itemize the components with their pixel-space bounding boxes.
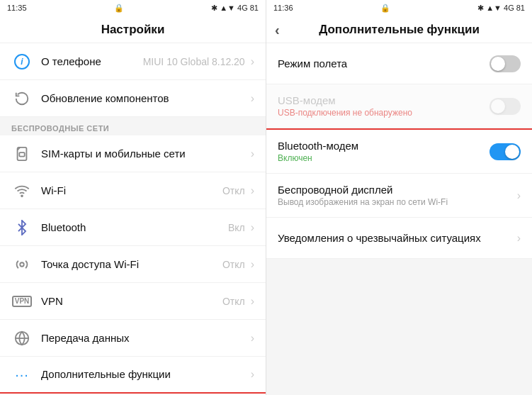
settings-item-hotspot[interactable]: Точка доступа Wi-Fi Откл › — [0, 246, 266, 283]
hotspot-value: Откл — [222, 259, 245, 270]
airplane-title: Режим полета — [278, 57, 489, 69]
wireless-display-chevron: › — [517, 189, 521, 202]
right-panel: 11:36 🔒 ✱ ▲▼ 4G 81 ‹ Дополнительные функ… — [266, 0, 532, 395]
settings-item-about[interactable]: i О телефоне MIUI 10 Global 8.12.20 › — [0, 43, 266, 80]
bt-modem-toggle[interactable] — [489, 143, 521, 160]
hotspot-title: Точка доступа Wi-Fi — [41, 258, 139, 270]
transfer-title: Передача данных — [41, 332, 130, 344]
wireless-display-text: Беспроводной дисплей Вывод изображения н… — [278, 184, 513, 207]
right-bt-icon: ✱ — [477, 4, 484, 13]
usb-modem-text: USB-модем USB-подключения не обнаружено — [278, 94, 489, 118]
hotspot-chevron: › — [251, 258, 254, 271]
settings-item-update[interactable]: Обновление компонентов › — [0, 80, 266, 117]
update-title: Обновление компонентов — [41, 92, 169, 104]
extra-title: Дополнительные функции — [41, 368, 171, 380]
wireless-display-subtitle: Вывод изображения на экран по сети Wi-Fi — [278, 197, 513, 207]
vpn-title: VPN — [41, 295, 63, 307]
about-value: MIUI 10 Global 8.12.20 — [143, 56, 245, 67]
right-item-emergency[interactable]: Уведомления о чрезвычайных ситуациях › — [266, 218, 532, 259]
update-chevron: › — [251, 92, 254, 105]
right-status-bar: 11:36 🔒 ✱ ▲▼ 4G 81 — [266, 0, 532, 16]
bluetooth-value: Вкл — [228, 222, 245, 233]
bt-modem-subtitle: Включен — [278, 153, 489, 163]
bluetooth-text: Bluetooth — [41, 221, 228, 234]
emergency-title: Уведомления о чрезвычайных ситуациях — [278, 232, 513, 244]
emergency-chevron: › — [517, 232, 521, 245]
right-time: 11:36 — [273, 4, 293, 12]
back-button[interactable]: ‹ — [275, 22, 280, 38]
airplane-toggle[interactable] — [489, 55, 521, 72]
svg-point-3 — [20, 262, 24, 267]
left-settings-list: i О телефоне MIUI 10 Global 8.12.20 › Об… — [0, 43, 266, 395]
extra-text: Дополнительные функции — [41, 368, 249, 381]
about-text: О телефоне — [41, 55, 143, 68]
right-title: Дополнительные функции — [319, 23, 480, 37]
transfer-text: Передача данных — [41, 332, 249, 345]
wifi-chevron: › — [251, 184, 254, 197]
network-section-label: БЕСПРОВОДНЫЕ СЕТИ — [0, 117, 266, 135]
bluetooth-chevron: › — [251, 221, 254, 234]
about-title: О телефоне — [41, 55, 101, 67]
usb-modem-toggle[interactable] — [489, 98, 521, 115]
wifi-icon — [11, 180, 33, 201]
left-status-bar: 11:35 🔒 ✱ ▲▼ 4G 81 — [0, 0, 266, 16]
right-bg-fill — [266, 259, 532, 344]
bt-modem-title: Bluetooth-модем — [278, 140, 489, 152]
settings-item-sim[interactable]: SIM-карты и мобильные сети › — [0, 135, 266, 172]
right-item-airplane[interactable]: Режим полета — [266, 43, 532, 84]
sim-text: SIM-карты и мобильные сети — [41, 148, 249, 160]
usb-modem-subtitle: USB-подключения не обнаружено — [278, 108, 489, 118]
wifi-text: Wi-Fi — [41, 184, 222, 197]
usb-modem-toggle-knob — [491, 99, 505, 113]
right-item-wireless-display[interactable]: Беспроводной дисплей Вывод изображения н… — [266, 174, 532, 218]
emergency-text: Уведомления о чрезвычайных ситуациях — [278, 232, 513, 244]
left-title: Настройки — [101, 23, 165, 37]
wireless-display-title: Беспроводной дисплей — [278, 184, 513, 196]
airplane-text: Режим полета — [278, 57, 489, 69]
right-items-list: Режим полета USB-модем USB-подключения н… — [266, 43, 532, 344]
sim-title: SIM-карты и мобильные сети — [41, 148, 186, 160]
vpn-text: VPN — [41, 295, 222, 308]
settings-item-wifi[interactable]: Wi-Fi Откл › — [0, 172, 266, 209]
right-signal: ▲▼ 4G 81 — [486, 4, 525, 12]
update-icon — [11, 88, 33, 109]
about-chevron: › — [251, 55, 254, 68]
left-signal: ▲▼ 4G 81 — [220, 4, 259, 12]
left-lock-icon: 🔒 — [114, 4, 124, 13]
vpn-chevron: › — [251, 295, 254, 308]
left-panel: 11:35 🔒 ✱ ▲▼ 4G 81 Настройки i О телефон… — [0, 0, 266, 395]
left-status-right: ✱ ▲▼ 4G 81 — [211, 4, 259, 13]
extra-chevron: › — [251, 368, 254, 381]
about-icon: i — [11, 51, 33, 72]
right-item-usb-modem[interactable]: USB-модем USB-подключения не обнаружено — [266, 84, 532, 128]
transfer-icon — [11, 328, 33, 349]
hotspot-icon — [11, 254, 33, 275]
right-item-bt-modem[interactable]: Bluetooth-модем Включен — [266, 130, 532, 174]
right-header: ‹ Дополнительные функции — [266, 16, 532, 43]
bt-modem-toggle-knob — [505, 145, 519, 159]
vpn-icon: VPN — [11, 291, 33, 312]
settings-item-vpn[interactable]: VPN VPN Откл › — [0, 283, 266, 320]
update-text: Обновление компонентов — [41, 92, 249, 105]
settings-item-bluetooth[interactable]: Bluetooth Вкл › — [0, 209, 266, 246]
wifi-value: Откл — [222, 185, 245, 196]
bt-modem-text: Bluetooth-модем Включен — [278, 140, 489, 163]
right-lock-icon: 🔒 — [380, 4, 390, 13]
settings-item-extra[interactable]: ··· Дополнительные функции › — [0, 357, 266, 394]
svg-point-2 — [21, 195, 23, 196]
transfer-chevron: › — [251, 332, 254, 345]
vpn-value: Откл — [222, 296, 245, 307]
wifi-title: Wi-Fi — [41, 184, 66, 196]
sim-icon — [11, 143, 33, 165]
left-header: Настройки — [0, 16, 266, 43]
extra-icon: ··· — [11, 364, 33, 385]
hotspot-text: Точка доступа Wi-Fi — [41, 258, 222, 271]
right-status-right: ✱ ▲▼ 4G 81 — [477, 4, 525, 13]
usb-modem-title: USB-модем — [278, 94, 489, 106]
bluetooth-title: Bluetooth — [41, 221, 86, 233]
settings-item-transfer[interactable]: Передача данных › — [0, 320, 266, 357]
sim-chevron: › — [251, 148, 254, 160]
left-bt-icon: ✱ — [211, 4, 217, 13]
svg-rect-1 — [19, 152, 24, 157]
bluetooth-icon — [11, 217, 33, 238]
